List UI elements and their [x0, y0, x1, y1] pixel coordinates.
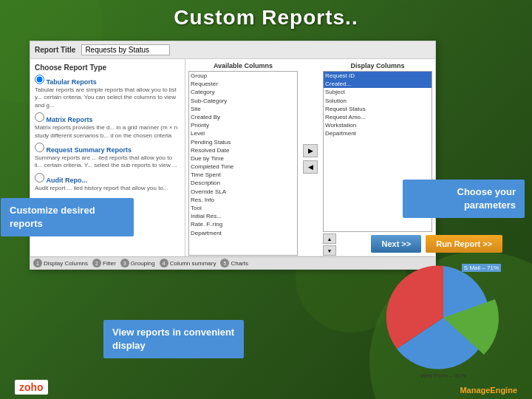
tab-label-grouping: Grouping: [131, 260, 155, 267]
tabular-radio[interactable]: [35, 75, 44, 84]
report-title-section: Report Title: [30, 41, 435, 59]
manage-engine-text: ManageEngine: [460, 386, 517, 395]
list-item[interactable]: Description: [189, 179, 297, 187]
pie-chart: [369, 259, 517, 377]
list-item[interactable]: Request Amo...: [324, 113, 432, 121]
zoho-text: zoho: [19, 381, 44, 393]
available-columns-list[interactable]: Group Requester Category Sub-Category Si…: [188, 71, 298, 256]
callout-customize-text: Customize desired reports: [10, 205, 95, 229]
list-item[interactable]: Resolved Date: [189, 146, 297, 154]
summary-radio[interactable]: [35, 143, 44, 152]
tabular-label[interactable]: Tabular Reports: [47, 78, 97, 86]
tab-num-5: 5: [220, 259, 229, 267]
chart-web-label: Web Form – 31%: [420, 372, 466, 379]
list-item[interactable]: Category: [189, 88, 297, 96]
tab-label-column-summary: Column summary: [170, 260, 216, 267]
tab-column-summary[interactable]: 4 Column summary: [160, 259, 216, 267]
tab-num-4: 4: [160, 259, 168, 267]
move-up-button[interactable]: ▲: [323, 233, 336, 244]
matrix-desc: Matrix reports provides the d... in a gr…: [35, 124, 180, 140]
report-title-input[interactable]: [81, 44, 170, 55]
list-item[interactable]: Priority: [189, 121, 297, 129]
callout-choose-text: Choose your parameters: [457, 186, 516, 211]
list-item[interactable]: Res. Info: [189, 196, 297, 204]
tab-charts[interactable]: 5 Charts: [220, 259, 248, 267]
list-item[interactable]: Level: [189, 129, 297, 137]
tab-label-display: Display Columns: [44, 260, 88, 267]
matrix-radio[interactable]: [35, 112, 44, 122]
summary-label[interactable]: Request Summary Reports: [47, 146, 132, 154]
list-item[interactable]: Completed Time: [189, 163, 297, 171]
list-item[interactable]: Override SLA: [189, 188, 297, 196]
move-down-button[interactable]: ▼: [323, 245, 336, 256]
list-item[interactable]: Due by Time: [189, 154, 297, 163]
list-item[interactable]: Site: [189, 105, 297, 113]
action-buttons: Next >> Run Report >>: [371, 235, 502, 253]
report-title-label: Report Title: [35, 46, 75, 54]
list-item[interactable]: Tool: [189, 204, 297, 212]
tab-num-2: 2: [92, 259, 101, 267]
pie-chart-area: Web Form – 31%: [369, 259, 517, 377]
list-item[interactable]: Initial Res...: [189, 212, 297, 220]
report-type-tabular[interactable]: Tabular Reports Tabular reports are simp…: [35, 75, 180, 109]
page-title: Custom Reports..: [0, 6, 532, 30]
list-item[interactable]: Created By: [189, 113, 297, 121]
columns-area: Available Columns Group Requester Catego…: [188, 62, 432, 256]
audit-desc: Audit report ... iled history report tha…: [35, 185, 180, 192]
manage-engine-logo: ManageEngine: [460, 386, 517, 395]
report-type-summary[interactable]: Request Summary Reports Summary reports …: [35, 143, 180, 170]
list-item[interactable]: Request Status: [324, 105, 432, 113]
tab-num-1: 1: [33, 259, 42, 267]
list-item[interactable]: Rate. F..ring: [189, 220, 297, 228]
audit-radio[interactable]: [35, 173, 44, 183]
list-item[interactable]: Created...: [324, 80, 432, 88]
tab-num-3: 3: [120, 259, 129, 267]
list-item[interactable]: Sub-Category: [189, 97, 297, 105]
column-arrows: ▶ ◀: [301, 62, 320, 256]
tab-label-filter: Filter: [103, 260, 116, 267]
list-item[interactable]: Department: [324, 129, 432, 137]
move-right-button[interactable]: ▶: [303, 144, 318, 157]
list-item[interactable]: Group: [189, 72, 297, 80]
zoho-logo: zoho: [15, 380, 48, 395]
tab-grouping[interactable]: 3 Grouping: [120, 259, 155, 267]
callout-view-text: View reports in convenient display: [112, 327, 234, 351]
available-columns-section: Available Columns Group Requester Catego…: [188, 62, 298, 256]
left-panel: Choose Report Type Tabular Reports Tabul…: [30, 59, 185, 270]
tabular-desc: Tabular reports are simple reports that …: [35, 86, 180, 109]
move-left-button[interactable]: ◀: [303, 160, 318, 174]
tab-label-charts: Charts: [231, 260, 248, 267]
report-type-matrix[interactable]: Matrix Reports Matrix reports provides t…: [35, 112, 180, 140]
choose-report-type-title: Choose Report Type: [35, 64, 180, 72]
display-columns-title: Display Columns: [323, 62, 432, 69]
report-type-audit[interactable]: Audit Repo... Audit report ... iled hist…: [35, 173, 180, 192]
list-item[interactable]: Subject: [324, 88, 432, 96]
list-item[interactable]: Pending Status: [189, 138, 297, 146]
list-item[interactable]: Request ID: [324, 72, 432, 80]
list-item[interactable]: Requester: [189, 80, 297, 88]
callout-customize: Customize desired reports: [1, 198, 134, 236]
display-columns-section: Display Columns Request ID Created... Su…: [323, 62, 432, 256]
next-button[interactable]: Next >>: [371, 235, 421, 253]
tab-display-columns[interactable]: 1 Display Columns: [33, 259, 88, 267]
list-item[interactable]: Time Spent: [189, 171, 297, 179]
tab-filter[interactable]: 2 Filter: [92, 259, 116, 267]
run-report-button[interactable]: Run Report >>: [426, 235, 502, 253]
callout-choose: Choose your parameters: [403, 180, 525, 218]
list-item[interactable]: Workstation: [324, 121, 432, 129]
available-columns-title: Available Columns: [188, 62, 298, 69]
audit-label[interactable]: Audit Repo...: [47, 177, 88, 184]
callout-view: View reports in convenient display: [103, 320, 244, 358]
summary-desc: Summary reports are ... iled reports tha…: [35, 154, 180, 170]
matrix-label[interactable]: Matrix Reports: [47, 116, 93, 123]
list-item[interactable]: Department: [189, 229, 297, 237]
list-item[interactable]: Solution: [324, 97, 432, 105]
